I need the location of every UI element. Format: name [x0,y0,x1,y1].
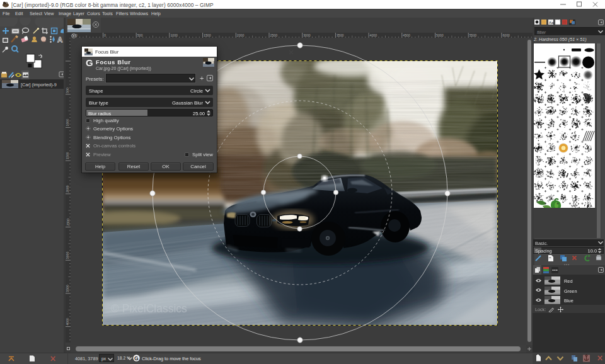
svg-text:4000: 4000 [370,33,377,37]
svg-text:2500: 2500 [66,219,70,226]
svg-text:0: 0 [104,33,106,37]
svg-text:3000: 3000 [303,33,311,37]
svg-text:500: 500 [66,88,70,93]
svg-text:5000: 5000 [436,33,444,37]
svg-text:1000: 1000 [66,119,70,127]
svg-text:4500: 4500 [403,33,410,37]
svg-text:1500: 1500 [204,33,211,37]
svg-text:2000: 2000 [237,33,245,37]
svg-text:500: 500 [137,33,143,37]
svg-text:6000: 6000 [502,33,510,37]
svg-text:3500: 3500 [337,33,344,37]
svg-text:Aa: Aa [549,21,554,25]
svg-text:G: G [134,355,139,361]
svg-text:2500: 2500 [270,33,278,37]
svg-text:3500: 3500 [66,285,70,292]
svg-text:3000: 3000 [66,252,70,259]
svg-text:1000: 1000 [170,33,178,37]
svg-text:A: A [57,36,62,43]
svg-text:5500: 5500 [470,33,477,37]
svg-text:4000: 4000 [66,318,70,326]
svg-text:1500: 1500 [66,152,70,159]
svg-text:2000: 2000 [66,185,70,193]
